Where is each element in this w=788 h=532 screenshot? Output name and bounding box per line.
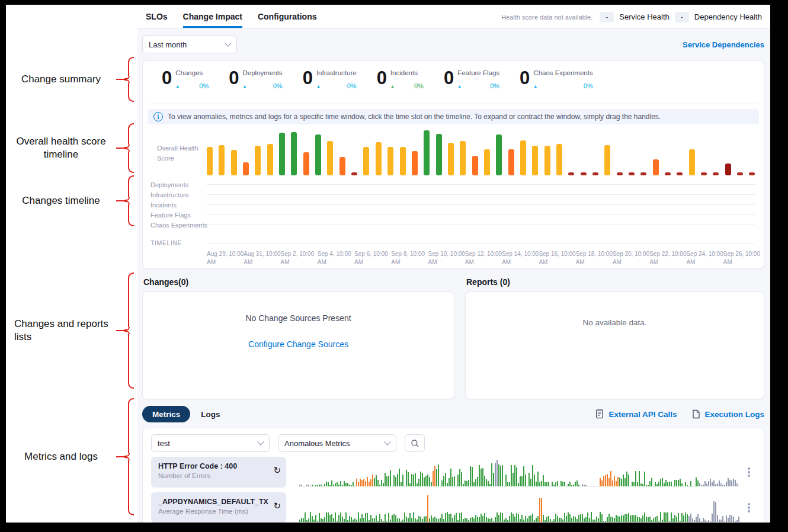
spark-bar <box>696 477 697 486</box>
spark-bar <box>701 521 702 522</box>
search-button[interactable] <box>405 434 425 452</box>
tick-line2: AM <box>576 258 613 267</box>
tab-metrics[interactable]: Metrics <box>142 406 190 422</box>
metrics-logs-header: Metrics Logs External API Calls <box>142 405 764 423</box>
spark-bar <box>653 518 654 522</box>
spark-bar <box>612 480 613 486</box>
spark-bar <box>621 479 622 486</box>
annotation-label: Metrics and logs <box>9 450 113 463</box>
health-score-bar[interactable] <box>363 147 369 175</box>
health-score-bar[interactable] <box>484 149 490 175</box>
configure-change-sources-link[interactable]: Configure Change Sources <box>248 339 348 349</box>
spark-bar <box>319 513 320 522</box>
spark-bar <box>333 485 334 486</box>
kebab-menu-icon[interactable] <box>742 503 755 512</box>
health-score-bar[interactable] <box>303 152 309 175</box>
kebab-menu-icon[interactable] <box>742 467 755 477</box>
service-dependencies-link[interactable]: Service Dependencies <box>683 40 764 49</box>
health-score-bar[interactable] <box>472 156 478 175</box>
health-score-bar[interactable] <box>412 151 418 175</box>
spark-bar <box>481 469 482 486</box>
kebab-dot <box>748 475 750 477</box>
refresh-icon[interactable]: ↻ <box>273 466 281 475</box>
health-score-bar[interactable] <box>749 172 755 175</box>
timeline-tick: Sep 14, 10:00AM <box>502 250 539 266</box>
health-score-bar[interactable] <box>291 132 297 175</box>
health-score-bar[interactable] <box>243 162 249 175</box>
health-score-bar[interactable] <box>351 172 357 175</box>
health-score-bar[interactable] <box>496 134 502 175</box>
refresh-icon[interactable]: ↻ <box>273 502 281 511</box>
time-range-select[interactable]: Last month <box>142 36 237 53</box>
health-score-bar[interactable] <box>231 150 237 175</box>
health-score-bar[interactable] <box>508 149 514 175</box>
health-score-bars[interactable] <box>207 129 755 175</box>
health-score-bar[interactable] <box>376 142 382 175</box>
health-score-bar[interactable] <box>653 159 659 175</box>
health-score-bar[interactable] <box>665 172 671 175</box>
metric-subtitle: Average Response Time (ms) <box>158 508 268 515</box>
spark-bar <box>704 481 706 486</box>
health-score-bar[interactable] <box>255 146 261 175</box>
tab-change-impact[interactable]: Change Impact <box>183 6 242 28</box>
annotation-label: Change summary <box>9 73 113 86</box>
health-score-bar[interactable] <box>387 147 393 175</box>
spark-bar <box>473 482 475 486</box>
execution-logs-link[interactable]: Execution Logs <box>692 409 764 419</box>
tab-slos[interactable]: SLOs <box>146 6 168 28</box>
spark-bar <box>385 514 386 522</box>
health-score-bar[interactable] <box>737 172 743 175</box>
health-score-bar[interactable] <box>267 144 273 175</box>
health-note: Health score data not available. <box>501 14 592 21</box>
time-range-value: Last month <box>149 40 187 49</box>
health-score-bar[interactable] <box>315 134 321 175</box>
health-score-bar[interactable] <box>400 147 406 175</box>
spark-bar <box>553 485 555 486</box>
spark-bar <box>660 479 661 486</box>
health-score-bar[interactable] <box>436 134 442 175</box>
api-document-icon <box>595 409 604 419</box>
health-score-bar[interactable] <box>532 146 538 175</box>
health-score-bar[interactable] <box>207 147 213 175</box>
spark-bar <box>326 482 327 486</box>
service-select[interactable]: test <box>151 434 270 452</box>
tab-configurations[interactable]: Configurations <box>258 6 317 28</box>
health-score-bar[interactable] <box>544 146 550 175</box>
spark-bar <box>498 515 499 522</box>
health-score-bar[interactable] <box>689 149 695 175</box>
health-score-bar[interactable] <box>279 133 285 175</box>
health-score-bar[interactable] <box>581 172 587 175</box>
kebab-dot <box>748 467 750 470</box>
health-score-bar[interactable] <box>327 141 333 176</box>
annotation-label: Changes timeline <box>9 194 113 207</box>
health-score-bar[interactable] <box>629 172 635 175</box>
health-score-bar[interactable] <box>448 143 454 175</box>
health-score-bar[interactable] <box>604 145 610 175</box>
spark-bar <box>383 483 384 486</box>
metric-filter-select[interactable]: Anomalous Metrics <box>278 434 396 452</box>
health-score-bar[interactable] <box>725 164 731 175</box>
spark-bar <box>315 485 316 486</box>
health-score-bar[interactable] <box>424 130 430 175</box>
health-score-bar[interactable] <box>640 172 646 175</box>
spark-bar <box>493 521 494 522</box>
tab-logs[interactable]: Logs <box>201 410 220 419</box>
health-score-bar[interactable] <box>568 172 574 175</box>
health-score-bar[interactable] <box>339 157 345 175</box>
spark-bar <box>546 482 547 486</box>
spark-bar <box>317 521 318 522</box>
metric-subtitle: Number of Errors <box>158 472 268 479</box>
health-score-bar[interactable] <box>520 140 526 175</box>
spark-bar <box>576 519 578 522</box>
health-score-bar[interactable] <box>592 172 598 175</box>
health-score-bar[interactable] <box>556 144 562 175</box>
health-score-bar[interactable] <box>701 172 707 175</box>
health-score-bar[interactable] <box>617 172 623 175</box>
external-api-calls-link[interactable]: External API Calls <box>595 409 677 419</box>
stat-value: 0 <box>162 69 171 86</box>
health-score-bar[interactable] <box>713 172 719 175</box>
health-score-bar[interactable] <box>219 145 225 175</box>
health-score-bar[interactable] <box>460 141 466 175</box>
health-score-bar[interactable] <box>677 172 683 175</box>
spark-bar <box>644 512 645 522</box>
